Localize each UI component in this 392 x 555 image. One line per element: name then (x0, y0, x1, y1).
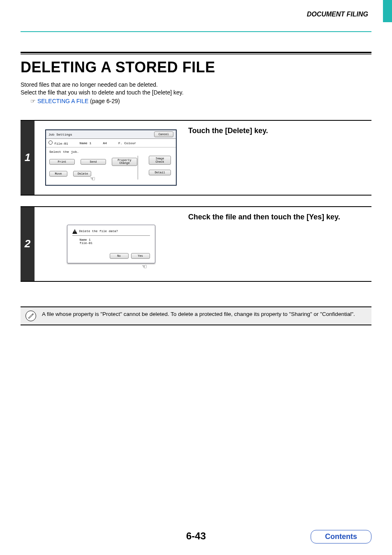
file-colour: F. Colour (118, 141, 136, 145)
detail-button[interactable]: Detail (149, 170, 171, 175)
file-size: A4 (103, 141, 107, 145)
intro-link[interactable]: SELECTING A FILE (37, 98, 89, 104)
step-1: 1 Job Settings Cancel file-01 Name 1 A4 … (21, 120, 371, 196)
cancel-button[interactable]: Cancel (154, 131, 173, 137)
warning-icon (72, 229, 77, 234)
dialog-name: Name 1 (80, 238, 150, 242)
contents-button[interactable]: Contents (311, 530, 371, 543)
no-button[interactable]: No (110, 253, 129, 259)
title-rule-outer (21, 52, 371, 55)
panel-title: Job Settings (48, 133, 72, 136)
step1-heading: Touch the [Delete] key. (184, 121, 371, 195)
intro-block: Stored files that are no longer needed c… (21, 81, 371, 105)
move-button[interactable]: Move (49, 171, 67, 177)
property-change-button[interactable]: Property Change (112, 158, 137, 166)
send-button[interactable]: Send (81, 159, 106, 165)
note-text: A file whose property is "Protect" canno… (42, 311, 355, 318)
accent-bar (383, 0, 392, 22)
intro-line1: Stored files that are no longer needed c… (21, 81, 371, 89)
file-owner: Name 1 (80, 141, 92, 145)
dialog-file: file-01 (80, 242, 150, 245)
file-icon (48, 140, 53, 145)
header-rule (21, 31, 371, 32)
title-rule-inner (21, 54, 371, 55)
note-box: A file whose property is "Protect" canno… (21, 306, 371, 325)
page-title: DELETING A STORED FILE (21, 59, 371, 76)
note-icon (25, 311, 36, 321)
yes-button[interactable]: Yes (131, 253, 150, 259)
pointer-hand-icon: ☞ (90, 174, 95, 183)
confirm-dialog: Delete the file data? Name 1 file-01 No … (67, 225, 155, 263)
intro-line2: Select the file that you wish to delete … (21, 89, 371, 97)
intro-link-page: (page 6-29) (88, 98, 120, 104)
delete-button[interactable]: Delete (73, 171, 91, 177)
print-button[interactable]: Print (49, 159, 75, 165)
step-2: 2 Delete the file data? Name 1 file-01 N… (21, 206, 371, 282)
step-number-1: 1 (21, 121, 35, 195)
dialog-question: Delete the file data? (79, 230, 118, 233)
panel-prompt: Select the job. (49, 150, 173, 154)
image-check-button[interactable]: Image Check (149, 156, 171, 165)
job-settings-panel: Job Settings Cancel file-01 Name 1 A4 F.… (45, 129, 177, 186)
divider (138, 156, 138, 180)
file-name: file-01 (54, 142, 68, 145)
step2-heading: Check the file and then touch the [Yes] … (184, 207, 371, 281)
section-header: DOCUMENT FILING (21, 8, 371, 18)
pointer-hand-icon: ☞ (142, 262, 147, 271)
step-number-2: 2 (21, 207, 35, 281)
